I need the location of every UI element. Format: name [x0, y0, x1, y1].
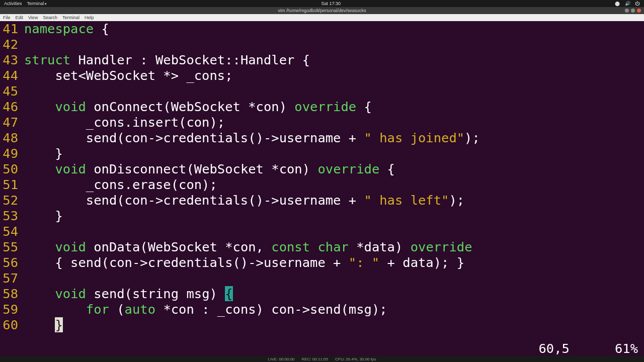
rec-timer: REC: 00:11:05: [302, 357, 328, 361]
line-number: 51: [0, 177, 24, 193]
code-line: 46 void onConnect(WebSocket *con) overri…: [0, 99, 644, 115]
code-line: 45: [0, 83, 644, 99]
code-text: struct Handler : WebSocket::Handler {: [24, 52, 310, 68]
cursor-position: 60,5: [539, 341, 570, 356]
power-icon: ⏻: [635, 1, 640, 6]
terminal-menubar: File Edit View Search Terminal Help: [0, 14, 644, 21]
code-text: set<WebSocket *> _cons;: [24, 68, 233, 83]
live-timer: LIVE: 00:00:00: [268, 357, 295, 361]
line-number: 57: [0, 270, 24, 286]
code-line: 59 for (auto *con : _cons) con->send(msg…: [0, 302, 644, 317]
code-line: 56 { send(con->credentials()->username +…: [0, 255, 644, 270]
code-text: for (auto *con : _cons) con->send(msg);: [24, 302, 387, 317]
vim-editor[interactable]: 41namespace {4243struct Handler : WebSoc…: [0, 21, 644, 356]
obs-status-bar: LIVE: 00:00:00 REC: 00:11:05 CPU: 26.4%,…: [0, 356, 644, 362]
code-line: 52 send(con->credentials()->username + "…: [0, 193, 644, 208]
line-number: 46: [0, 99, 24, 115]
line-number: 41: [0, 21, 24, 37]
menu-help[interactable]: Help: [85, 15, 94, 20]
code-text: }: [24, 146, 63, 161]
code-text: _cons.erase(con);: [24, 177, 217, 193]
menu-view[interactable]: View: [28, 15, 38, 20]
line-number: 53: [0, 208, 24, 224]
code-line: 48 send(con->credentials()->username + "…: [0, 130, 644, 146]
maximize-button[interactable]: [631, 9, 635, 13]
line-number: 50: [0, 161, 24, 177]
line-number: 55: [0, 239, 24, 255]
line-number: 48: [0, 130, 24, 146]
menu-terminal[interactable]: Terminal: [62, 15, 79, 20]
code-line: 60 }: [0, 317, 644, 333]
code-text: { send(con->credentials()->username + ":…: [24, 255, 464, 270]
line-number: 58: [0, 286, 24, 302]
menu-search[interactable]: Search: [43, 15, 57, 20]
system-tray[interactable]: ⬤ 🔊 ⏻: [615, 1, 640, 6]
activities-button[interactable]: Activities: [4, 1, 22, 6]
vim-ruler: 60,5 61%: [539, 341, 638, 356]
close-button[interactable]: [637, 9, 641, 13]
code-line: 44 set<WebSocket *> _cons;: [0, 68, 644, 83]
code-line: 42: [0, 37, 644, 52]
line-number: 60: [0, 317, 24, 333]
code-line: 43struct Handler : WebSocket::Handler {: [0, 52, 644, 68]
menu-edit[interactable]: Edit: [16, 15, 24, 20]
menu-file[interactable]: File: [3, 15, 11, 20]
code-line: 47 _cons.insert(con);: [0, 115, 644, 130]
code-text: _cons.insert(con);: [24, 115, 225, 130]
line-number: 59: [0, 302, 24, 317]
line-number: 42: [0, 37, 24, 52]
code-text: void onData(WebSocket *con, const char *…: [24, 239, 472, 255]
window-title: vim /home/mgodbolt/personal/dev/seasocks: [278, 8, 366, 13]
code-line: 50 void onDisconnect(WebSocket *con) ove…: [0, 161, 644, 177]
code-text: void onConnect(WebSocket *con) override …: [24, 99, 372, 115]
gnome-topbar: Activities Terminal Sat 17:30 ⬤ 🔊 ⏻: [0, 0, 644, 7]
line-number: 56: [0, 255, 24, 270]
code-line: 51 _cons.erase(con);: [0, 177, 644, 193]
line-number: 43: [0, 52, 24, 68]
code-text: namespace {: [24, 21, 109, 37]
cpu-fps: CPU: 26.4%, 30.00 fps: [335, 357, 376, 361]
code-text: }: [24, 208, 63, 224]
window-titlebar: vim /home/mgodbolt/personal/dev/seasocks: [0, 7, 644, 14]
code-text: send(con->credentials()->username + " ha…: [24, 193, 464, 208]
line-number: 47: [0, 115, 24, 130]
code-text: }: [24, 317, 63, 333]
scroll-percent: 61%: [615, 341, 638, 356]
code-text: send(con->credentials()->username + " ha…: [24, 130, 480, 146]
code-line: 58 void send(string msg) {: [0, 286, 644, 302]
clock[interactable]: Sat 17:30: [47, 1, 615, 6]
code-line: 53 }: [0, 208, 644, 224]
code-text: void send(string msg) {: [24, 286, 233, 302]
line-number: 45: [0, 83, 24, 99]
line-number: 44: [0, 68, 24, 83]
line-number: 52: [0, 193, 24, 208]
minimize-button[interactable]: [625, 9, 629, 13]
code-line: 55 void onData(WebSocket *con, const cha…: [0, 239, 644, 255]
code-line: 41namespace {: [0, 21, 644, 37]
code-text: void onDisconnect(WebSocket *con) overri…: [24, 161, 395, 177]
app-menu[interactable]: Terminal: [27, 1, 47, 6]
line-number: 49: [0, 146, 24, 161]
network-icon: ⬤: [615, 1, 620, 6]
code-line: 49 }: [0, 146, 644, 161]
volume-icon: 🔊: [625, 1, 630, 6]
line-number: 54: [0, 224, 24, 239]
code-line: 57: [0, 270, 644, 286]
code-line: 54: [0, 224, 644, 239]
